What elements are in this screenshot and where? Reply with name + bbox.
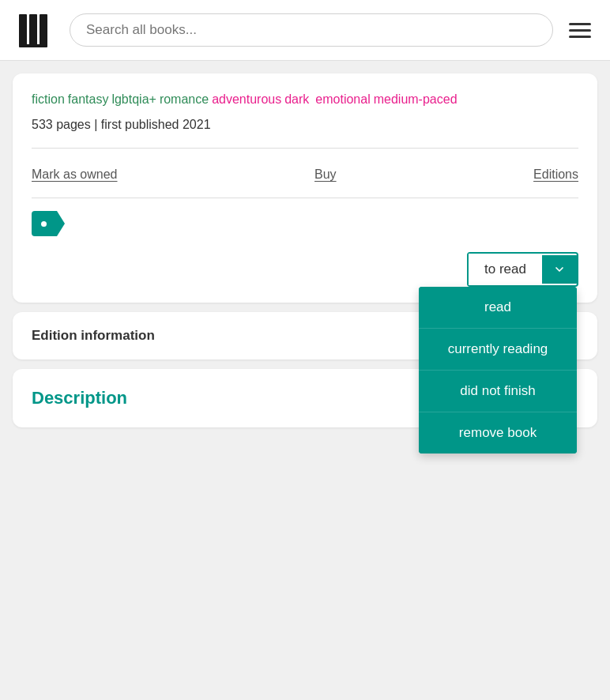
tag-lgbtqia: lgbtqia+: [111, 92, 156, 107]
mark-as-owned-button[interactable]: Mark as owned: [32, 164, 118, 185]
owned-tag: [32, 211, 65, 236]
main-content: fiction fantasy lgbtqia+ romance adventu…: [0, 61, 610, 440]
app-header: [0, 0, 610, 61]
tag-dot: [41, 221, 47, 227]
status-option-did-not-finish[interactable]: did not finish: [419, 371, 577, 412]
status-dropdown-toggle[interactable]: [542, 255, 577, 284]
hamburger-icon: [569, 23, 591, 25]
status-option-currently-reading[interactable]: currently reading: [419, 329, 577, 371]
svg-rect-2: [40, 14, 47, 46]
status-button-group: to read read currently reading did not f…: [467, 252, 578, 287]
status-row: to read read currently reading did not f…: [32, 252, 578, 287]
tag-fantasy: fantasy: [68, 92, 109, 107]
svg-rect-0: [19, 14, 27, 46]
book-tags: fiction fantasy lgbtqia+ romance adventu…: [32, 92, 578, 107]
search-input[interactable]: [70, 13, 553, 47]
meta-separator: |: [94, 118, 97, 131]
tag-dark: dark: [284, 92, 309, 107]
action-row: Mark as owned Buy Editions: [32, 156, 578, 193]
tag-emotional: emotional: [315, 92, 370, 107]
logo-icon: [16, 9, 57, 51]
status-option-read[interactable]: read: [419, 287, 577, 329]
svg-rect-3: [19, 44, 47, 47]
buy-button[interactable]: Buy: [314, 164, 337, 185]
publish-date: first published 2021: [101, 118, 211, 131]
tag-romance: romance: [160, 92, 209, 107]
logo: [16, 9, 57, 51]
page-count: 533 pages: [32, 118, 91, 131]
divider-bottom: [32, 198, 578, 198]
divider-top: [32, 148, 578, 149]
chevron-down-icon: [553, 263, 566, 276]
book-meta: 533 pages | first published 2021: [32, 118, 578, 132]
editions-button[interactable]: Editions: [533, 164, 578, 185]
svg-rect-1: [29, 14, 37, 46]
tag-adventurous: adventurous: [212, 92, 281, 107]
hamburger-icon: [569, 36, 591, 38]
hamburger-button[interactable]: [566, 20, 594, 41]
edition-info-title: Edition information: [32, 328, 155, 343]
book-details-card: fiction fantasy lgbtqia+ romance adventu…: [13, 73, 597, 303]
status-option-remove-book[interactable]: remove book: [419, 412, 577, 453]
owned-tag-wrapper: [32, 211, 578, 236]
hamburger-icon: [569, 29, 591, 32]
status-dropdown-menu: read currently reading did not finish re…: [419, 287, 577, 453]
status-main-button[interactable]: to read: [469, 254, 542, 285]
tag-medium-paced: medium-paced: [374, 92, 458, 107]
tag-fiction: fiction: [32, 92, 65, 107]
